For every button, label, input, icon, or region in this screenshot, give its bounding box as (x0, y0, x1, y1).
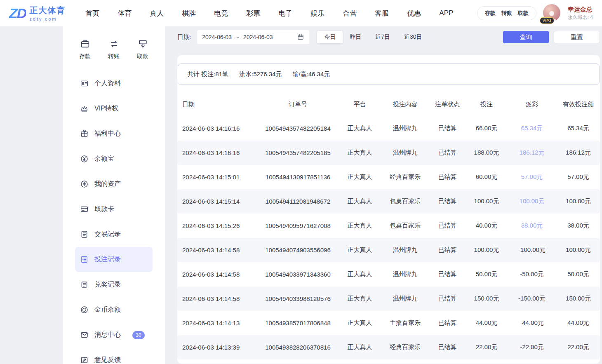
col-header-6: 派彩 (507, 101, 557, 108)
calendar-icon[interactable] (297, 33, 304, 41)
gift-icon (80, 129, 89, 138)
nav-item-7[interactable]: 娱乐 (310, 9, 325, 18)
wallet-action-1[interactable]: 转账 (501, 9, 512, 17)
summary-text: 共计 投注:81笔流水:5276.34元输/赢:46.34元 (187, 70, 341, 78)
quick-action-2[interactable]: 取款 (137, 39, 148, 60)
quick-action-0[interactable]: 存款 (79, 39, 91, 60)
sidebar-item-4[interactable]: 我的资产 (75, 171, 153, 197)
nav-item-1[interactable]: 体育 (118, 9, 132, 18)
nav-item-3[interactable]: 棋牌 (182, 9, 196, 18)
date-separator: ~ (236, 34, 239, 40)
nav-item-4[interactable]: 电竞 (214, 9, 228, 18)
cell: 1005494130917851136 (258, 174, 338, 181)
cell: 40.00元 (466, 222, 507, 230)
cell: 温州牌九 (381, 124, 429, 132)
nav-item-10[interactable]: 优惠 (407, 9, 421, 18)
sidebar-quick-actions: 存款转账取款 (63, 26, 165, 63)
table-row: 2024-06-03 14:16:161005494357482205184正大… (177, 116, 600, 141)
date-range-tabs: 今日昨日近7日近30日 (316, 30, 430, 45)
table-row: 2024-06-03 14:14:131005493857017806848正大… (177, 311, 600, 335)
cell: 100.00元 (466, 246, 507, 254)
cell: 65.34元 (507, 124, 557, 132)
col-header-0: 日期 (177, 101, 258, 108)
sidebar-item-0[interactable]: 个人资料 (75, 71, 153, 96)
range-tab-3[interactable]: 近30日 (397, 31, 429, 43)
sidebar-item-11[interactable]: 意见反馈 (75, 348, 153, 364)
cell: 1005494112081948672 (258, 198, 338, 205)
nav-item-11[interactable]: APP (439, 9, 453, 17)
sidebar-item-7[interactable]: 投注记录 (75, 247, 153, 272)
cell: 186.12元 (507, 149, 557, 157)
range-tab-1[interactable]: 昨日 (343, 31, 368, 43)
cell: 38.00元 (557, 222, 600, 230)
cell: 57.00元 (507, 173, 557, 181)
cell: -44.00元 (507, 319, 557, 327)
sidebar-item-2[interactable]: 福利中心 (75, 121, 153, 146)
cell: 2024-06-03 14:15:14 (177, 198, 258, 205)
sidebar-item-1[interactable]: VIP特权 (75, 96, 153, 121)
table-row: 2024-06-03 14:15:261005494095971627008正大… (177, 214, 600, 238)
cell: 已结算 (429, 343, 466, 351)
nav-item-9[interactable]: 客服 (375, 9, 389, 18)
cell: 已结算 (429, 270, 466, 278)
bank-card-icon (80, 205, 89, 214)
wallet-action-0[interactable]: 存款 (485, 9, 496, 17)
cell: 50.00元 (466, 270, 507, 278)
nav-item-8[interactable]: 合营 (343, 9, 357, 18)
top-navbar: ZD 正大体育 zdty.com 首页体育真人棋牌电竞彩票电子娱乐合营客服优惠A… (0, 0, 602, 26)
cell: 188.00元 (466, 149, 507, 157)
table-header: 日期订单号平台投注内容注单状态投注派彩有效投注额 (177, 92, 600, 116)
date-to[interactable]: 2024-06-03 (243, 34, 273, 40)
cell: 150.00元 (466, 295, 507, 303)
table-row: 2024-06-03 14:14:581005494033988120576正大… (177, 287, 600, 311)
sidebar-item-10[interactable]: 消息中心30 (75, 322, 153, 348)
cell: 主播百家乐 (381, 319, 429, 327)
table-row: 2024-06-03 14:14:581005494074903556096正大… (177, 238, 600, 262)
brand-logo[interactable]: ZD 正大体育 zdty.com (9, 5, 66, 21)
cell: 包桌百家乐 (381, 222, 429, 230)
cell: -150.00元 (507, 295, 557, 303)
cell: 正大真人 (338, 319, 381, 327)
wallet-action-2[interactable]: 取款 (518, 9, 529, 17)
sidebar-item-5[interactable]: 取款卡 (75, 197, 153, 222)
cell: 22.00元 (557, 343, 600, 351)
deposit-icon (80, 39, 90, 49)
range-tab-0[interactable]: 今日 (317, 31, 343, 43)
sidebar-item-8[interactable]: 兑奖记录 (75, 272, 153, 297)
cell: 1005493857017806848 (258, 319, 338, 326)
range-tab-2[interactable]: 近7日 (368, 31, 397, 43)
col-header-7: 有效投注额 (557, 101, 600, 108)
table-row: 2024-06-03 14:14:581005494033971343360正大… (177, 262, 600, 287)
cell: 1005494033971343360 (258, 271, 338, 278)
brand-logo-icon: ZD (9, 6, 26, 20)
search-button[interactable]: 查询 (503, 31, 549, 43)
sidebar-item-9[interactable]: 金币余额 (75, 297, 153, 322)
brand-domain: zdty.com (29, 16, 66, 21)
cell: 150.00元 (557, 295, 600, 303)
sidebar-item-3[interactable]: 余额宝 (75, 146, 153, 171)
cell: 2024-06-03 14:14:58 (177, 271, 258, 278)
cell: 2024-06-03 14:16:16 (177, 125, 258, 132)
nav-item-6[interactable]: 电子 (278, 9, 292, 18)
nav-item-5[interactable]: 彩票 (246, 9, 260, 18)
nav-item-2[interactable]: 真人 (150, 9, 164, 18)
table-row: 2024-06-03 14:16:161005494357482205185正大… (177, 141, 600, 165)
brand-name: 正大体育 (29, 5, 66, 16)
date-from[interactable]: 2024-06-03 (202, 34, 232, 40)
table-row: 2024-06-03 14:13:391005493828206370816正大… (177, 335, 600, 359)
cell: 38.00元 (507, 222, 557, 230)
cell: 温州牌九 (381, 246, 429, 254)
sidebar-item-6[interactable]: 交易记录 (75, 222, 153, 247)
col-header-2: 平台 (338, 101, 381, 108)
cell: 1005494095971627008 (258, 222, 338, 229)
quick-action-1[interactable]: 转账 (108, 39, 120, 60)
wallet-actions: 存款转账取款 (477, 6, 536, 20)
cell: 2024-06-03 14:13:39 (177, 344, 258, 351)
date-range-picker[interactable]: 2024-06-03 ~ 2024-06-03 (197, 30, 309, 44)
main-nav: 首页体育真人棋牌电竞彩票电子娱乐合营客服优惠APP (85, 9, 453, 18)
main-content: 日期: 2024-06-03 ~ 2024-06-03 今日昨日近7日近30日 … (165, 26, 602, 364)
cell: 温州牌九 (381, 295, 429, 303)
nav-item-0[interactable]: 首页 (85, 9, 99, 18)
cell: 已结算 (429, 173, 466, 181)
reset-button[interactable]: 重置 (554, 31, 600, 43)
